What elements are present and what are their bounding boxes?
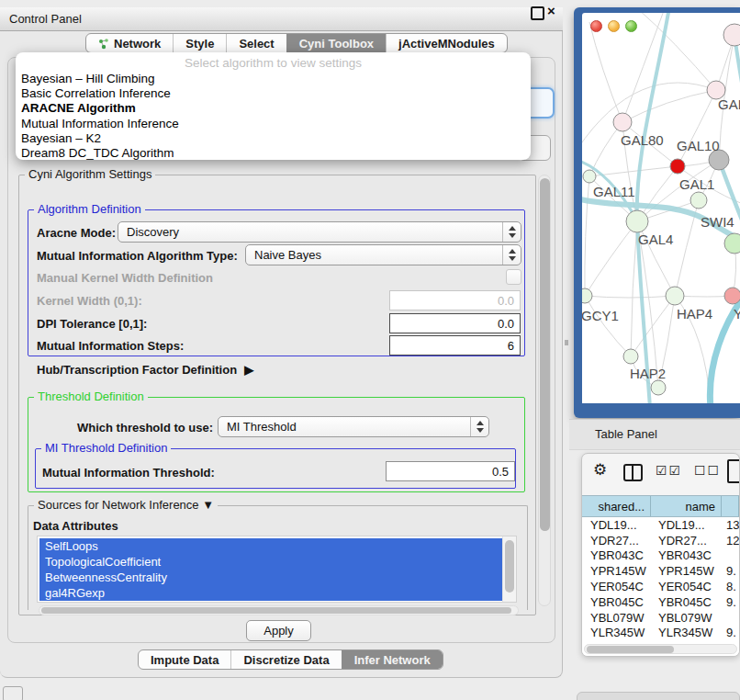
- which-threshold-select[interactable]: MI Threshold: [218, 416, 489, 437]
- settings-hscrollbar-thumb[interactable]: [41, 607, 511, 614]
- hub-definition-expander[interactable]: Hub/Transcription Factor Definition▶: [37, 363, 253, 377]
- svg-text:HAP2: HAP2: [630, 366, 666, 381]
- column-header-partial[interactable]: [722, 496, 739, 516]
- manual-kernel-checkbox[interactable]: [506, 269, 521, 285]
- tab-jactivemnodules[interactable]: jActiveMNodules: [386, 34, 507, 52]
- tab-cyni-toolbox[interactable]: Cyni Toolbox: [286, 34, 386, 52]
- algorithm-definition-title: Algorithm Definition: [34, 202, 145, 216]
- table-row[interactable]: YBL079WYBL079W: [582, 610, 739, 626]
- algorithm-option[interactable]: Basic Correlation Inference: [21, 86, 525, 101]
- apply-button[interactable]: Apply: [246, 620, 311, 641]
- table-row[interactable]: YDL19...YDL19...13: [582, 517, 739, 533]
- control-panel-tabbar: Network Style Select Cyni Toolbox jActiv…: [85, 33, 508, 53]
- svg-text:GAL80: GAL80: [621, 132, 664, 148]
- settings-scrollbar-track[interactable]: [538, 175, 551, 606]
- list-item-selected[interactable]: TopologicalCoefficient: [39, 554, 507, 570]
- tab-label: jActiveMNodules: [398, 37, 495, 51]
- tab-style[interactable]: Style: [173, 34, 226, 52]
- mi-steps-field[interactable]: 6: [389, 335, 521, 356]
- list-item-selected[interactable]: BetweennessCentrality: [39, 570, 507, 585]
- node-gal4[interactable]: [626, 210, 648, 232]
- algorithm-option-selected[interactable]: ARACNE Algorithm: [21, 101, 525, 116]
- which-threshold-value: MI Threshold: [227, 420, 297, 434]
- algorithm-option[interactable]: Mutual Information Inference: [21, 117, 525, 131]
- mi-threshold-group-title: MI Threshold Definition: [41, 441, 171, 455]
- table-hscrollbar-thumb[interactable]: [587, 646, 674, 653]
- mi-type-select[interactable]: Naive Bayes: [245, 244, 521, 265]
- node-y[interactable]: [724, 288, 740, 304]
- column-header-name[interactable]: name: [651, 496, 722, 516]
- float-window-icon[interactable]: [531, 6, 544, 20]
- document-icon[interactable]: [727, 459, 740, 483]
- algorithm-option[interactable]: Dream8 DC_TDC Algorithm: [21, 146, 525, 161]
- node[interactable]: [723, 24, 740, 46]
- node-hap2[interactable]: [623, 349, 638, 364]
- list-scrollbar-track[interactable]: [502, 536, 516, 602]
- panel-resize-handle[interactable]: [565, 340, 568, 345]
- select-all-checkboxes-icon[interactable]: ☑☑: [656, 463, 682, 478]
- table-row[interactable]: YPR145WYPR145W9.: [582, 563, 739, 579]
- sources-expander[interactable]: Sources for Network Inference ▼: [34, 498, 218, 512]
- expand-down-icon: ▼: [202, 498, 214, 512]
- svg-text:GAL: GAL: [718, 96, 740, 112]
- aracne-mode-label: Aracne Mode:: [37, 226, 116, 240]
- hub-definition-label: Hub/Transcription Factor Definition: [37, 363, 237, 377]
- sources-title: Sources for Network Inference: [38, 498, 199, 512]
- tab-network[interactable]: Network: [86, 34, 173, 52]
- mac-close-button[interactable]: [590, 20, 602, 32]
- close-icon[interactable]: ×: [547, 3, 555, 18]
- tab-label: Impute Data: [151, 653, 219, 667]
- network-graph: GAL GAL80 GAL10 GAL11 GAL1 SWI4 GAL4 GCY…: [582, 13, 740, 403]
- node-gcy1[interactable]: [582, 288, 592, 303]
- threshold-definition-title: Threshold Definition: [34, 390, 148, 403]
- list-scrollbar-thumb[interactable]: [505, 540, 514, 593]
- algorithm-option[interactable]: Bayesian – Hill Climbing: [21, 72, 525, 86]
- aracne-mode-select[interactable]: Discovery: [118, 221, 521, 243]
- table-hscrollbar-track[interactable]: [584, 644, 737, 654]
- node-hap4[interactable]: [666, 287, 684, 305]
- algorithm-option[interactable]: Bayesian – K2: [21, 131, 525, 146]
- mac-zoom-button[interactable]: [625, 20, 637, 32]
- table-row[interactable]: YDR27...YDR27...12: [582, 533, 739, 548]
- kernel-width-label: Kernel Width (0,1):: [37, 294, 142, 308]
- node[interactable]: [651, 380, 666, 395]
- dpi-tolerance-field[interactable]: 0.0: [389, 313, 521, 333]
- bottom-panel-edge: [577, 692, 740, 700]
- network-canvas[interactable]: GAL GAL80 GAL10 GAL11 GAL1 SWI4 GAL4 GCY…: [582, 13, 740, 403]
- column-view-icon[interactable]: [623, 464, 643, 481]
- table-body: YDL19...YDL19...13 YDR27...YDR27...12 YB…: [582, 517, 739, 656]
- svg-text:GAL1: GAL1: [679, 176, 714, 192]
- node-gal10[interactable]: [670, 159, 685, 174]
- aracne-mode-value: Discovery: [127, 225, 179, 239]
- mac-minimize-button[interactable]: [608, 20, 620, 32]
- tab-label: Select: [239, 37, 274, 51]
- list-item-selected[interactable]: SelfLoops: [39, 538, 507, 554]
- list-item-selected[interactable]: gal4RGexp: [39, 585, 507, 601]
- mi-type-value: Naive Bayes: [254, 248, 321, 262]
- collapsed-panel-icon[interactable]: [3, 686, 23, 700]
- tab-label: Infer Network: [354, 653, 431, 667]
- table-row[interactable]: YBR045CYBR045C9.: [582, 594, 739, 610]
- settings-scrollbar-thumb[interactable]: [540, 178, 550, 531]
- data-attributes-list[interactable]: SelfLoops TopologicalCoefficient Between…: [37, 536, 517, 603]
- table-row[interactable]: YLR345WYLR345W9.: [582, 626, 739, 641]
- table-row[interactable]: YBR043CYBR043C: [582, 548, 739, 564]
- kernel-width-field[interactable]: 0.0: [389, 290, 521, 310]
- tab-select[interactable]: Select: [226, 34, 286, 52]
- window-title: Control Panel: [9, 12, 82, 26]
- node-swi4[interactable]: [724, 233, 740, 254]
- table-row[interactable]: YER054CYER054C8.: [582, 579, 739, 594]
- tab-infer-network[interactable]: Infer Network: [342, 650, 443, 669]
- dpi-tolerance-label: DPI Tolerance [0,1]:: [37, 317, 147, 331]
- tab-impute-data[interactable]: Impute Data: [139, 650, 230, 669]
- tab-discretize-data[interactable]: Discretize Data: [230, 650, 341, 669]
- settings-hscrollbar-track[interactable]: [39, 605, 519, 615]
- manual-kernel-label: Manual Kernel Width Definition: [37, 271, 213, 285]
- column-header-shared[interactable]: shared...: [582, 496, 651, 516]
- settings-gear-icon[interactable]: ⚙: [593, 460, 607, 480]
- mi-threshold-field[interactable]: 0.5: [386, 461, 515, 481]
- node-gal80[interactable]: [613, 113, 632, 131]
- node-gal1[interactable]: [690, 192, 707, 209]
- node-gal11[interactable]: [583, 170, 596, 183]
- deselect-all-checkboxes-icon[interactable]: ☐☐: [694, 463, 721, 478]
